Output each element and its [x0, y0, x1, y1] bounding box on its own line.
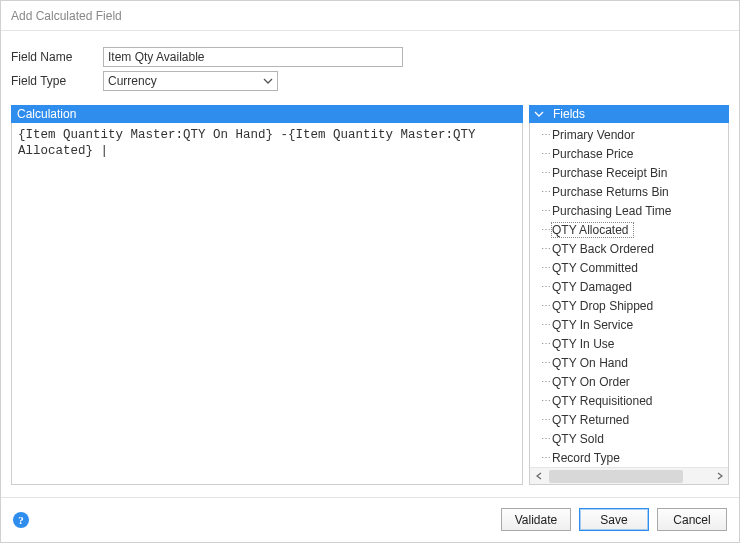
- field-item[interactable]: ⋯Purchase Returns Bin: [530, 182, 728, 201]
- hscroll-track[interactable]: [547, 468, 711, 484]
- tree-leaf-icon: ⋯: [538, 433, 552, 444]
- field-item[interactable]: ⋯QTY Sold: [530, 429, 728, 448]
- fields-header-label: Fields: [553, 105, 585, 123]
- field-item[interactable]: ⋯Record Type: [530, 448, 728, 467]
- field-type-row: Field Type Currency: [11, 71, 729, 91]
- field-item-label: QTY In Use: [552, 337, 614, 351]
- footer: ? Validate Save Cancel: [1, 497, 739, 542]
- tree-leaf-icon: ⋯: [538, 167, 552, 178]
- tree-leaf-icon: ⋯: [538, 414, 552, 425]
- tree-leaf-icon: ⋯: [538, 148, 552, 159]
- field-item[interactable]: ⋯Primary Vendor: [530, 125, 728, 144]
- tree-leaf-icon: ⋯: [538, 300, 552, 311]
- field-item[interactable]: ⋯Purchasing Lead Time: [530, 201, 728, 220]
- fields-body: ⋯Primary Vendor⋯Purchase Price⋯Purchase …: [529, 123, 729, 485]
- tree-leaf-icon: ⋯: [538, 281, 552, 292]
- validate-button[interactable]: Validate: [501, 508, 571, 531]
- tree-leaf-icon: ⋯: [538, 376, 552, 387]
- field-item-label: Purchase Returns Bin: [552, 185, 669, 199]
- field-item[interactable]: ⋯QTY Back Ordered: [530, 239, 728, 258]
- calculation-body: [11, 123, 523, 485]
- fields-tree[interactable]: ⋯Primary Vendor⋯Purchase Price⋯Purchase …: [530, 123, 728, 467]
- field-item-label: QTY Returned: [552, 413, 629, 427]
- save-button[interactable]: Save: [579, 508, 649, 531]
- field-item[interactable]: ⋯QTY Returned: [530, 410, 728, 429]
- tree-leaf-icon: ⋯: [538, 395, 552, 406]
- window-title: Add Calculated Field: [1, 1, 739, 31]
- tree-leaf-icon: ⋯: [538, 262, 552, 273]
- hscroll-right-icon[interactable]: [711, 467, 728, 484]
- field-name-input[interactable]: [103, 47, 403, 67]
- field-item[interactable]: ⋯QTY Damaged: [530, 277, 728, 296]
- field-item[interactable]: ⋯Purchase Receipt Bin: [530, 163, 728, 182]
- tree-leaf-icon: ⋯: [538, 205, 552, 216]
- field-item-label: Purchase Receipt Bin: [552, 166, 667, 180]
- tree-leaf-icon: ⋯: [538, 319, 552, 330]
- fields-header-dropdown-icon[interactable]: [531, 106, 547, 122]
- chevron-down-icon: [263, 78, 273, 84]
- field-item-label: Purchasing Lead Time: [552, 204, 671, 218]
- tree-leaf-icon: ⋯: [538, 224, 552, 235]
- field-item[interactable]: ⋯QTY On Hand: [530, 353, 728, 372]
- field-item[interactable]: ⋯QTY Allocated: [530, 220, 728, 239]
- tree-leaf-icon: ⋯: [538, 129, 552, 140]
- field-item[interactable]: ⋯QTY Committed: [530, 258, 728, 277]
- field-item-label: QTY Committed: [552, 261, 638, 275]
- field-item[interactable]: ⋯QTY In Use: [530, 334, 728, 353]
- field-item-label: QTY In Service: [552, 318, 633, 332]
- form-area: Field Name Field Type Currency: [1, 31, 739, 105]
- calculation-textarea[interactable]: [12, 123, 522, 484]
- fields-panel: Fields ⋯Primary Vendor⋯Purchase Price⋯Pu…: [529, 105, 729, 485]
- field-item[interactable]: ⋯QTY Requisitioned: [530, 391, 728, 410]
- calculation-header: Calculation: [11, 105, 523, 123]
- body-area: Calculation Fields ⋯Primary Vendor⋯Purch…: [1, 105, 739, 497]
- tree-leaf-icon: ⋯: [538, 243, 552, 254]
- calculation-panel: Calculation: [11, 105, 523, 485]
- fields-hscroll[interactable]: [530, 467, 728, 484]
- field-item-label: QTY Damaged: [552, 280, 632, 294]
- field-item[interactable]: ⋯QTY On Order: [530, 372, 728, 391]
- help-icon[interactable]: ?: [13, 512, 29, 528]
- field-item[interactable]: ⋯QTY In Service: [530, 315, 728, 334]
- field-type-label: Field Type: [11, 74, 103, 88]
- calculation-header-label: Calculation: [17, 105, 76, 123]
- field-item-label: QTY Requisitioned: [552, 394, 653, 408]
- field-item[interactable]: ⋯QTY Drop Shipped: [530, 296, 728, 315]
- dialog-window: Add Calculated Field Field Name Field Ty…: [0, 0, 740, 543]
- field-name-label: Field Name: [11, 50, 103, 64]
- field-item[interactable]: ⋯Purchase Price: [530, 144, 728, 163]
- field-item-label: Record Type: [552, 451, 620, 465]
- field-item-label: Purchase Price: [552, 147, 633, 161]
- field-item-label: QTY Allocated: [552, 223, 629, 237]
- field-type-value: Currency: [108, 74, 157, 88]
- hscroll-thumb[interactable]: [549, 470, 683, 483]
- field-type-select[interactable]: Currency: [103, 71, 278, 91]
- fields-tree-wrap: ⋯Primary Vendor⋯Purchase Price⋯Purchase …: [530, 123, 728, 484]
- tree-leaf-icon: ⋯: [538, 357, 552, 368]
- field-item-label: Primary Vendor: [552, 128, 635, 142]
- field-item-label: QTY Sold: [552, 432, 604, 446]
- field-name-row: Field Name: [11, 47, 729, 67]
- field-item-label: QTY On Order: [552, 375, 630, 389]
- cancel-button[interactable]: Cancel: [657, 508, 727, 531]
- hscroll-left-icon[interactable]: [530, 467, 547, 484]
- field-item-label: QTY Back Ordered: [552, 242, 654, 256]
- tree-leaf-icon: ⋯: [538, 452, 552, 463]
- tree-leaf-icon: ⋯: [538, 186, 552, 197]
- tree-leaf-icon: ⋯: [538, 338, 552, 349]
- fields-header: Fields: [529, 105, 729, 123]
- field-item-label: QTY Drop Shipped: [552, 299, 653, 313]
- field-item-label: QTY On Hand: [552, 356, 628, 370]
